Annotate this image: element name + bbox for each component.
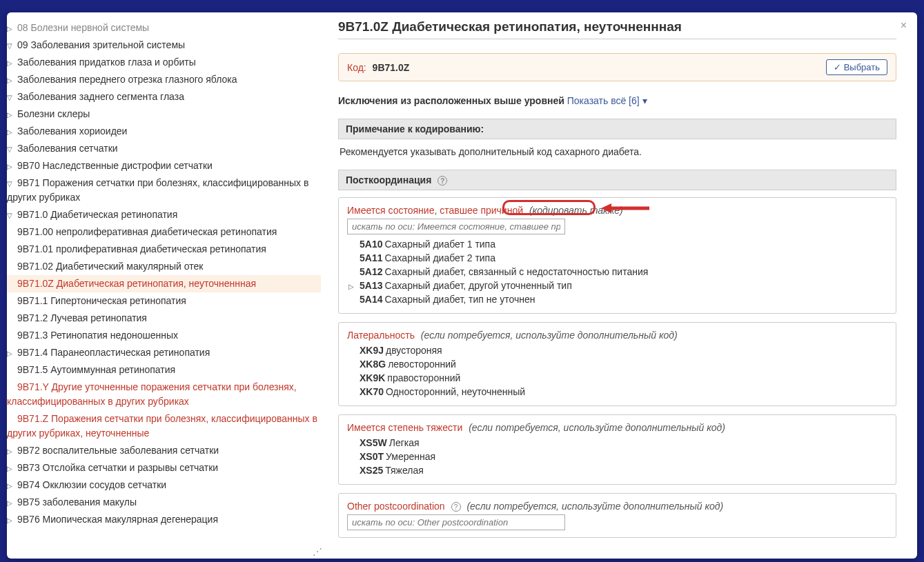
- tree-item-label[interactable]: Заболевания придатков глаза и орбиты: [17, 57, 196, 68]
- pc-axis-search-input[interactable]: [347, 219, 565, 234]
- tree-item-label[interactable]: 9B71.Y Другие уточненные поражения сетча…: [7, 381, 297, 407]
- close-icon[interactable]: ×: [901, 19, 907, 32]
- tree-item-label[interactable]: Заболевания хориоидеи: [17, 126, 127, 137]
- tree-item-label[interactable]: 9B71.0 Диабетическая ретинопатия: [17, 209, 177, 220]
- pc-item-label: Сахарный диабет, связанный с недостаточн…: [384, 266, 648, 277]
- tree-item[interactable]: ▷9B72 воспалительные заболевания сетчатк…: [7, 442, 321, 459]
- tree-item-label[interactable]: 9B76 Миопическая макулярная дегенерация: [17, 514, 218, 525]
- pc-item[interactable]: XK70Односторонний, неуточненный: [347, 385, 887, 399]
- chevron-right-icon[interactable]: ▷: [7, 463, 15, 474]
- tree-item[interactable]: 9B71.02 Диабетический макулярный отек: [7, 258, 321, 275]
- tree-item-label[interactable]: 9B71.2 Лучевая ретинопатия: [17, 312, 147, 323]
- chevron-right-icon[interactable]: ▷: [348, 283, 357, 290]
- chevron-down-icon[interactable]: ▽: [7, 179, 15, 189]
- tree-item-label[interactable]: 9B71.02 Диабетический макулярный отек: [17, 261, 203, 272]
- tree-item-label[interactable]: 9B71.0Z Диабетическая ретинопатия, неуто…: [17, 278, 256, 289]
- tree-item[interactable]: ▽Заболевания сетчатки: [7, 140, 321, 157]
- tree-item-label[interactable]: 9B74 Окклюзии сосудов сетчатки: [17, 479, 166, 490]
- pc-item[interactable]: XS0TУмеренная: [347, 450, 887, 463]
- tree-item-label[interactable]: 9B73 Отслойка сетчатки и разрывы сетчатк…: [17, 462, 218, 473]
- tree-item[interactable]: ▽9B71.0 Диабетическая ретинопатия: [7, 206, 321, 223]
- chevron-right-icon[interactable]: ▷: [7, 23, 15, 34]
- chevron-down-icon[interactable]: ▽: [7, 41, 15, 51]
- chevron-down-icon[interactable]: ▽: [7, 210, 15, 221]
- tree-item-label[interactable]: 9B71.Z Поражения сетчатки при болезнях, …: [7, 413, 317, 439]
- pc-item-label: Сахарный диабет 2 типа: [384, 252, 495, 263]
- pc-item[interactable]: 5A12Сахарный диабет, связанный с недоста…: [347, 265, 887, 279]
- tree-item[interactable]: 9B71.Z Поражения сетчатки при болезнях, …: [7, 410, 321, 442]
- tree-item-label[interactable]: 9B71.4 Паранеопластическая ретинопатия: [17, 347, 210, 358]
- chevron-right-icon[interactable]: ▷: [7, 75, 15, 86]
- tree-item[interactable]: ▷Заболевания хориоидеи: [7, 123, 321, 140]
- pc-item[interactable]: XS25Тяжелая: [347, 463, 887, 477]
- tree-item[interactable]: ▷Заболевания придатков глаза и орбиты: [7, 54, 321, 71]
- code-value: 9B71.0Z: [373, 62, 410, 73]
- chevron-right-icon[interactable]: ▷: [7, 515, 15, 525]
- select-button[interactable]: ✓ Выбрать: [826, 59, 887, 75]
- tree-item-label[interactable]: 9B71 Поражения сетчатки при болезнях, кл…: [7, 177, 308, 203]
- pc-item[interactable]: XK9Kправосторонний: [347, 371, 887, 385]
- tree-item[interactable]: 9B71.Y Другие уточненные поражения сетча…: [7, 379, 321, 410]
- tree-item-label[interactable]: Заболевания переднего отрезка глазного я…: [17, 74, 237, 85]
- chevron-right-icon[interactable]: ▷: [7, 58, 15, 68]
- tree-item[interactable]: ▽9B71 Поражения сетчатки при болезнях, к…: [7, 174, 321, 206]
- tree-item-label[interactable]: 9B72 воспалительные заболевания сетчатки: [17, 445, 219, 456]
- resize-handle-icon[interactable]: ⋰: [313, 547, 321, 555]
- tree-item[interactable]: 9B71.0Z Диабетическая ретинопатия, неуто…: [7, 275, 321, 292]
- tree-item[interactable]: ▷9B71.4 Паранеопластическая ретинопатия: [7, 344, 321, 361]
- tree-item-label[interactable]: 9B71.00 непролиферативная диабетическая …: [17, 226, 277, 237]
- tree-item[interactable]: 9B71.1 Гипертоническая ретинопатия: [7, 292, 321, 310]
- tree-item[interactable]: ▷9B73 Отслойка сетчатки и разрывы сетчат…: [7, 459, 321, 476]
- pc-item-code: 5A12: [360, 266, 382, 277]
- pc-item[interactable]: XK8Gлевосторонний: [347, 357, 887, 371]
- chevron-right-icon[interactable]: ▷: [7, 127, 15, 137]
- tree-item[interactable]: ▷9B70 Наследственные дистрофии сетчатки: [7, 157, 321, 174]
- tree-item-label[interactable]: Заболевания сетчатки: [17, 143, 118, 154]
- exclusions-toggle[interactable]: Показать всё [6] ▾: [567, 95, 647, 106]
- tree-item-label[interactable]: 09 Заболевания зрительной системы: [17, 39, 185, 50]
- pc-axis-search-input[interactable]: [347, 514, 565, 530]
- help-icon[interactable]: ?: [438, 176, 447, 185]
- chevron-down-icon[interactable]: ▽: [7, 144, 15, 154]
- postcoord-header-label: Посткоординация: [346, 174, 431, 185]
- pc-item[interactable]: 5A14Сахарный диабет, тип не уточнен: [347, 292, 887, 306]
- tree-item[interactable]: ▷9B76 Миопическая макулярная дегенерация: [7, 511, 321, 528]
- tree-item-label[interactable]: 9B71.3 Ретинопатия недоношенных: [17, 330, 178, 341]
- tree-item[interactable]: 9B71.00 непролиферативная диабетическая …: [7, 223, 321, 241]
- chevron-right-icon[interactable]: ▷: [7, 481, 15, 491]
- pc-item[interactable]: ▷5A13Сахарный диабет, другой уточненный …: [347, 279, 887, 292]
- tree-item[interactable]: ▽09 Заболевания зрительной системы: [7, 37, 321, 54]
- tree-item[interactable]: ▷Болезни склеры: [7, 106, 321, 123]
- tree-item-label[interactable]: 9B71.01 пролиферативная диабетическая ре…: [17, 243, 266, 254]
- help-icon[interactable]: ?: [451, 502, 461, 512]
- tree-item[interactable]: ▷9B75 заболевания макулы: [7, 494, 321, 511]
- tree-item-label[interactable]: Болезни склеры: [17, 108, 90, 119]
- tree-item[interactable]: ▷Заболевания переднего отрезка глазного …: [7, 71, 321, 88]
- chevron-down-icon[interactable]: ▽: [7, 92, 15, 103]
- pc-item-label: двустороняя: [386, 345, 442, 356]
- tree-item[interactable]: 9B71.3 Ретинопатия недоношенных: [7, 327, 321, 344]
- tree-item-label[interactable]: Заболевания заднего сегмента глаза: [17, 91, 184, 102]
- tree-item[interactable]: ▷9B74 Окклюзии сосудов сетчатки: [7, 476, 321, 494]
- tree-item-label[interactable]: 9B70 Наследственные дистрофии сетчатки: [17, 160, 213, 171]
- tree-item-label[interactable]: 9B71.1 Гипертоническая ретинопатия: [17, 295, 186, 306]
- tree-item-label[interactable]: 08 Болезни нервной системы: [17, 22, 149, 33]
- exclusions-row: Исключения из расположенных выше уровней…: [338, 95, 896, 106]
- tree-item[interactable]: 9B71.01 пролиферативная диабетическая ре…: [7, 241, 321, 258]
- chevron-right-icon[interactable]: ▷: [7, 446, 15, 456]
- chevron-right-icon[interactable]: ▷: [7, 498, 15, 508]
- pc-item[interactable]: 5A11Сахарный диабет 2 типа: [347, 251, 887, 265]
- tree-item[interactable]: ▷08 Болезни нервной системы: [7, 19, 321, 37]
- tree-item-label[interactable]: 9B75 заболевания макулы: [17, 496, 137, 508]
- chevron-right-icon[interactable]: ▷: [7, 110, 15, 120]
- pc-item[interactable]: 5A10Сахарный диабет 1 типа: [347, 237, 887, 251]
- chevron-right-icon[interactable]: ▷: [7, 348, 15, 359]
- tree-item[interactable]: ▽Заболевания заднего сегмента глаза: [7, 88, 321, 106]
- tree-item[interactable]: 9B71.5 Аутоиммунная ретинопатия: [7, 361, 321, 379]
- pc-item[interactable]: XK9Jдвустороняя: [347, 343, 887, 357]
- pc-item[interactable]: XS5WЛегкая: [347, 436, 887, 450]
- pc-axis-causal-condition: Имеется состояние, ставшее причиной (код…: [338, 197, 896, 314]
- tree-item[interactable]: 9B71.2 Лучевая ретинопатия: [7, 310, 321, 327]
- tree-item-label[interactable]: 9B71.5 Аутоиммунная ретинопатия: [17, 364, 175, 375]
- chevron-right-icon[interactable]: ▷: [7, 161, 15, 172]
